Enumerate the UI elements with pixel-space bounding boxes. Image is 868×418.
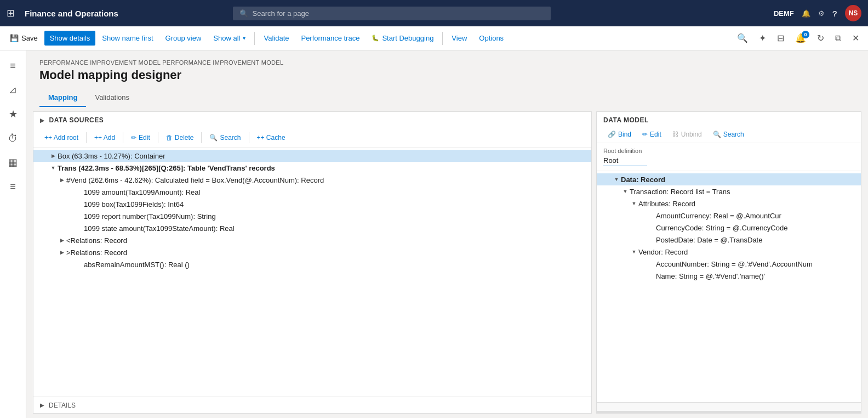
dm-node-transaction[interactable]: ▼ Transaction: Record list = Trans <box>597 185 861 197</box>
toggle-relations2[interactable]: ▶ <box>58 248 66 257</box>
pin-button[interactable]: ✦ <box>755 30 770 47</box>
dm-label-data-record: Data: Record <box>621 176 861 184</box>
dm-node-vendor[interactable]: ▼ Vendor: Record <box>597 246 861 258</box>
dm-label-amount-currency: AmountCurrency: Real = @.AmountCur <box>656 212 861 220</box>
tabs: Mapping Validations <box>26 89 868 107</box>
options-button[interactable]: Options <box>473 31 509 46</box>
bind-button[interactable]: 🔗 Bind <box>603 128 636 140</box>
nav-list[interactable]: ≡ <box>2 176 24 197</box>
close-button[interactable]: ✕ <box>848 30 864 47</box>
chain-icon: 🔗 <box>608 131 616 138</box>
nav-recent[interactable]: ⏱ <box>2 127 24 149</box>
dm-node-amount-currency[interactable]: ▶ AmountCurrency: Real = @.AmountCur <box>597 210 861 222</box>
app-title: Finance and Operations <box>25 9 118 18</box>
dm-toggle-attributes[interactable]: ▼ <box>630 199 638 208</box>
tree-node-tax1099num[interactable]: ▶ 1099 report number(Tax1099Num): String <box>33 210 591 222</box>
tree-node-relations1[interactable]: ▶ <Relations: Record <box>33 234 591 246</box>
label-trans: Trans (422.3ms - 68.53%)[265][Q:265]: Ta… <box>58 164 591 172</box>
bell-icon[interactable]: 🔔 <box>802 9 810 18</box>
label-vend: #Vend (262.6ms - 42.62%): Calculated fie… <box>66 176 591 184</box>
settings-icon[interactable]: ⚙ <box>818 9 825 18</box>
tree-node-vend[interactable]: ▶ #Vend (262.6ms - 42.62%): Calculated f… <box>33 174 591 186</box>
group-view-button[interactable]: Group view <box>160 31 207 46</box>
avatar[interactable]: NS <box>845 5 861 21</box>
tab-validations[interactable]: Validations <box>86 89 138 107</box>
data-model-toolbar: 🔗 Bind ✏ Edit ⛓ Unbind 🔍 Search <box>597 126 861 143</box>
unbind-icon: ⛓ <box>672 131 679 138</box>
dm-toggle-data-record[interactable]: ▼ <box>612 175 621 184</box>
show-details-button[interactable]: Show details <box>44 31 96 46</box>
validate-button[interactable]: Validate <box>258 31 294 46</box>
side-navigation: ≡ ⊿ ★ ⏱ ▦ ≡ <box>0 50 26 418</box>
tree-node-absremain[interactable]: ▶ absRemainAmountMST(): Real () <box>33 258 591 270</box>
nav-favorites[interactable]: ★ <box>2 103 24 125</box>
toggle-box[interactable]: ▶ <box>49 151 58 160</box>
main-layout: ≡ ⊿ ★ ⏱ ▦ ≡ PERFORMANCE IMPROVEMENT MODE… <box>0 50 868 418</box>
toggle-relations1[interactable]: ▶ <box>58 236 66 245</box>
dm-label-transaction: Transaction: Record list = Trans <box>630 188 861 196</box>
dm-toggle-transaction[interactable]: ▼ <box>621 187 630 196</box>
notifications-button[interactable]: 🔔 0 <box>791 30 810 47</box>
dm-node-attributes[interactable]: ▼ Attributes: Record <box>597 197 861 210</box>
search-ds-icon: 🔍 <box>209 134 218 142</box>
unbind-button[interactable]: ⛓ Unbind <box>668 128 706 140</box>
nav-home[interactable]: ≡ <box>2 55 24 77</box>
delete-ds-button[interactable]: 🗑 Delete <box>162 132 198 144</box>
start-debugging-button[interactable]: 🐛 Start Debugging <box>366 31 439 46</box>
tree-node-box[interactable]: ▶ Box (63.3ms - 10.27%): Container <box>33 150 591 162</box>
view-button[interactable]: View <box>446 31 472 46</box>
dm-toggle-vendor[interactable]: ▼ <box>630 247 638 256</box>
refresh-button[interactable]: ↻ <box>813 30 829 47</box>
dm-node-currency-code[interactable]: ▶ CurrencyCode: String = @.CurrencyCode <box>597 222 861 234</box>
ds-sep-4 <box>201 132 202 143</box>
details-toggle-icon[interactable]: ▶ <box>40 402 44 408</box>
env-label: DEMF <box>774 9 794 18</box>
show-name-first-button[interactable]: Show name first <box>96 31 158 46</box>
chevron-down-icon: ▾ <box>243 35 245 41</box>
page-header: PERFORMANCE IMPROVEMENT MODEL PERFORMANC… <box>26 50 868 89</box>
tab-mapping[interactable]: Mapping <box>39 89 86 107</box>
ds-sep-3 <box>158 132 158 143</box>
label-tax1099num: 1099 report number(Tax1099Num): String <box>84 212 591 221</box>
dm-node-posted-date[interactable]: ▶ PostedDate: Date = @.TransDate <box>597 234 861 246</box>
grid-icon[interactable]: ⊞ <box>7 7 15 19</box>
root-definition-section: Root definition Root <box>597 143 861 171</box>
edit-ds-button[interactable]: ✏ Edit <box>127 132 155 144</box>
help-icon[interactable]: ? <box>832 9 837 18</box>
tree-node-trans[interactable]: ▼ Trans (422.3ms - 68.53%)[265][Q:265]: … <box>33 162 591 174</box>
performance-trace-button[interactable]: Performance trace <box>295 31 365 46</box>
root-def-label: Root definition <box>603 148 854 154</box>
debug-icon: 🐛 <box>372 35 379 42</box>
search-ds-button[interactable]: 🔍 Search <box>205 132 245 144</box>
add-root-button[interactable]: + + Add root <box>40 132 83 144</box>
tree-node-relations2[interactable]: ▶ >Relations: Record <box>33 246 591 258</box>
toggle-trans[interactable]: ▼ <box>49 163 58 172</box>
tree-node-tax1099amount[interactable]: ▶ 1099 amount(Tax1099Amount): Real <box>33 186 591 198</box>
dm-node-data-record[interactable]: ▼ Data: Record <box>597 173 861 185</box>
search-button[interactable]: 🔍 <box>733 30 752 47</box>
toolbar: 💾 Save Show details Show name first Grou… <box>0 26 868 50</box>
dm-node-account-number[interactable]: ▶ AccountNumber: String = @.'#Vend'.Acco… <box>597 258 861 270</box>
toggle-vend[interactable]: ▶ <box>58 176 66 184</box>
show-all-button[interactable]: Show all ▾ <box>208 31 251 46</box>
search-placeholder: Search for a page <box>253 9 309 18</box>
expand-button[interactable]: ⧉ <box>831 30 846 47</box>
cache-button[interactable]: + + Cache <box>253 132 290 144</box>
panel-toggle-icon[interactable]: ▶ <box>40 117 45 123</box>
dm-node-name[interactable]: ▶ Name: String = @.'#Vend'.'name()' <box>597 270 861 282</box>
add-button[interactable]: + + Add <box>90 132 119 144</box>
data-sources-tree: ▶ Box (63.3ms - 10.27%): Container ▼ Tra… <box>33 148 591 397</box>
nav-table[interactable]: ▦ <box>2 151 24 173</box>
dm-label-attributes: Attributes: Record <box>638 200 861 208</box>
bookmark-button[interactable]: ⊟ <box>773 30 789 47</box>
tree-node-tax1099fields[interactable]: ▶ 1099 box(Tax1099Fields): Int64 <box>33 198 591 210</box>
nav-filter[interactable]: ⊿ <box>2 79 24 101</box>
global-search[interactable]: 🔍 Search for a page <box>233 7 551 20</box>
ds-sep-5 <box>249 132 249 143</box>
edit-dm-button[interactable]: ✏ Edit <box>638 128 666 140</box>
add-icon: + <box>94 134 98 142</box>
save-button[interactable]: 💾 Save <box>4 31 43 46</box>
tree-node-tax1099stateamount[interactable]: ▶ 1099 state amount(Tax1099StateAmount):… <box>33 222 591 234</box>
trash-icon: 🗑 <box>166 134 173 142</box>
search-dm-button[interactable]: 🔍 Search <box>709 128 749 140</box>
